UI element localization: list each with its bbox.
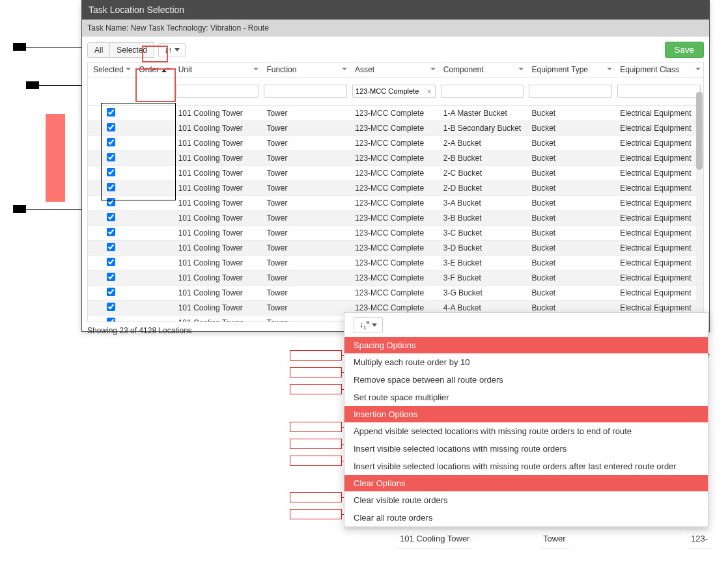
row-checkbox[interactable] (107, 258, 115, 266)
row-checkbox[interactable] (107, 288, 115, 296)
cell-component: 3-C Bucket (438, 225, 527, 240)
route-order-menu-button-expanded[interactable]: ↓19 (354, 317, 383, 333)
row-checkbox[interactable] (107, 243, 115, 251)
cell-function: Tower (261, 150, 350, 165)
menu-multiply-by-10[interactable]: Multiply each route order by 10 (344, 353, 708, 371)
row-checkbox[interactable] (107, 318, 115, 323)
cell-equipment-class: Electrical Equipment (615, 285, 703, 300)
cell-order (133, 180, 173, 195)
cell-selected[interactable] (88, 300, 133, 315)
cell-order (133, 300, 173, 315)
filter-equipment-type[interactable] (529, 85, 612, 98)
table-row[interactable]: 101 Cooling TowerTower123-MCC Complete1-… (88, 120, 703, 135)
col-order[interactable]: Order (133, 62, 173, 77)
menu-insert-missing[interactable]: Insert visible selected locations with m… (344, 440, 708, 458)
scrollbar-thumb[interactable] (696, 92, 703, 170)
table-row[interactable]: 101 Cooling TowerTower123-MCC Complete2-… (88, 180, 703, 195)
filter-all-button[interactable]: All (87, 42, 110, 58)
cell-selected[interactable] (88, 135, 133, 150)
table-row[interactable]: 101 Cooling TowerTower123-MCC Complete2-… (88, 165, 703, 180)
cell-equipment-type: Bucket (526, 105, 615, 120)
col-unit[interactable]: Unit (173, 62, 262, 77)
filter-component[interactable] (441, 85, 524, 98)
cell-equipment-type: Bucket (526, 270, 615, 285)
row-checkbox[interactable] (107, 303, 115, 311)
filter-equipment-class[interactable] (617, 85, 701, 98)
row-checkbox[interactable] (107, 123, 115, 131)
col-equipment-type[interactable]: Equipment Type (526, 62, 615, 77)
cell-equipment-type: Bucket (526, 120, 615, 135)
menu-remove-space[interactable]: Remove space between all route orders (344, 371, 708, 389)
cell-asset: 123-MCC Complete (350, 285, 438, 300)
filter-unit[interactable] (176, 85, 259, 98)
row-checkbox[interactable] (107, 198, 115, 206)
filter-asset[interactable] (352, 85, 436, 98)
cell-component: 1-B Secondary Bucket (438, 120, 527, 135)
cell-selected[interactable] (88, 120, 133, 135)
col-equipment-type-label: Equipment Type (531, 65, 588, 74)
table-row[interactable]: 101 Cooling TowerTower123-MCC Complete3-… (88, 210, 703, 225)
cell-equipment-type: Bucket (526, 255, 615, 270)
table-row[interactable]: 101 Cooling TowerTower123-MCC Complete1-… (88, 105, 703, 120)
cell-selected[interactable] (88, 210, 133, 225)
row-checkbox[interactable] (107, 213, 115, 221)
cell-component: 3-E Bucket (438, 255, 527, 270)
chevron-down-icon (253, 68, 259, 70)
col-equipment-class[interactable]: Equipment Class (615, 62, 703, 77)
cell-selected[interactable] (88, 285, 133, 300)
cell-unit: 101 Cooling Tower (173, 315, 262, 322)
row-checkbox[interactable] (107, 228, 115, 236)
leader-box-3 (290, 384, 342, 394)
col-asset[interactable]: Asset (350, 62, 438, 77)
filter-selected-button[interactable]: Selected (109, 42, 154, 58)
cell-order (133, 285, 173, 300)
cell-selected[interactable] (88, 195, 133, 210)
menu-set-multiplier[interactable]: Set route space multiplier (344, 389, 708, 406)
cell-function: Tower (261, 270, 350, 285)
col-selected-label: Selected (93, 65, 124, 74)
col-function[interactable]: Function (261, 62, 350, 77)
cell-selected[interactable] (88, 315, 133, 322)
bg-cell-unit: 101 Cooling Tower (396, 530, 473, 549)
cell-selected[interactable] (88, 180, 133, 195)
cell-asset: 123-MCC Complete (350, 195, 438, 210)
menu-append-end[interactable]: Append visible selected locations with m… (344, 422, 708, 440)
row-checkbox[interactable] (107, 168, 115, 176)
menu-clear-all[interactable]: Clear all route orders (344, 509, 708, 527)
row-checkbox[interactable] (107, 108, 115, 116)
cell-selected[interactable] (88, 150, 133, 165)
cell-selected[interactable] (88, 165, 133, 180)
cell-equipment-class: Electrical Equipment (615, 120, 703, 135)
table-row[interactable]: 101 Cooling TowerTower123-MCC Complete3-… (88, 195, 703, 210)
cell-selected[interactable] (88, 255, 133, 270)
locations-table-wrap: Selected Order Unit Function Asset Compo… (87, 62, 704, 322)
cell-order (133, 210, 173, 225)
table-row[interactable]: 101 Cooling TowerTower123-MCC Complete3-… (88, 270, 703, 285)
cell-function: Tower (261, 105, 350, 120)
col-asset-label: Asset (355, 65, 374, 74)
table-row[interactable]: 101 Cooling TowerTower123-MCC Complete2-… (88, 135, 703, 150)
menu-insert-after-last[interactable]: Insert visible selected locations with m… (344, 458, 708, 475)
row-checkbox[interactable] (107, 183, 115, 191)
row-checkbox[interactable] (107, 153, 115, 161)
filter-function[interactable] (264, 85, 347, 98)
row-checkbox[interactable] (107, 138, 115, 146)
route-order-menu-button[interactable]: ↓↑ (158, 43, 186, 57)
cell-selected[interactable] (88, 105, 133, 120)
col-selected[interactable]: Selected (88, 62, 133, 77)
table-row[interactable]: 101 Cooling TowerTower123-MCC Complete3-… (88, 285, 703, 300)
table-row[interactable]: 101 Cooling TowerTower123-MCC Complete2-… (88, 150, 703, 165)
table-row[interactable]: 101 Cooling TowerTower123-MCC Complete3-… (88, 225, 703, 240)
cell-selected[interactable] (88, 225, 133, 240)
cell-selected[interactable] (88, 270, 133, 285)
cell-selected[interactable] (88, 240, 133, 255)
col-order-label: Order (139, 65, 159, 74)
table-row[interactable]: 101 Cooling TowerTower123-MCC Complete3-… (88, 240, 703, 255)
cell-equipment-class: Electrical Equipment (615, 105, 703, 120)
clear-filter-icon[interactable]: × (427, 87, 432, 96)
save-button[interactable]: Save (665, 42, 704, 58)
row-checkbox[interactable] (107, 273, 115, 281)
menu-clear-visible[interactable]: Clear visible route orders (344, 491, 708, 509)
col-component[interactable]: Component (438, 62, 527, 77)
table-row[interactable]: 101 Cooling TowerTower123-MCC Complete3-… (88, 255, 703, 270)
